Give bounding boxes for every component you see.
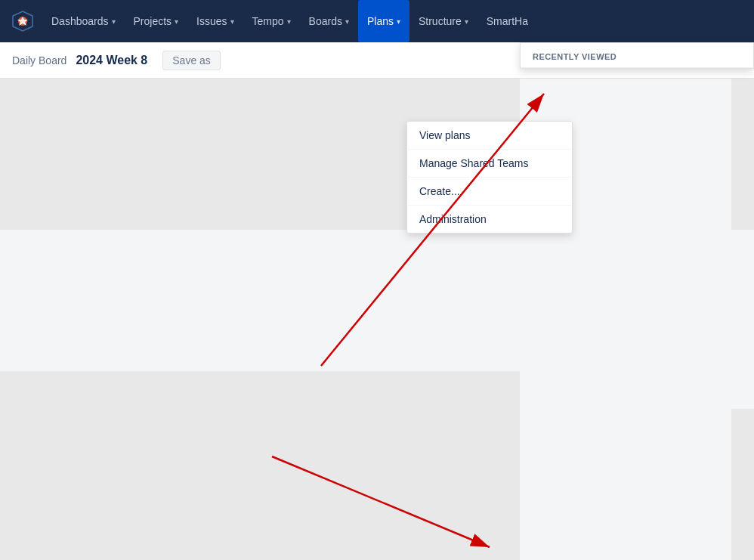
nav-item-dashboards[interactable]: Dashboards ▾ bbox=[42, 0, 125, 42]
nav-items-container: Dashboards ▾ Projects ▾ Issues ▾ Tempo ▾… bbox=[42, 0, 745, 42]
nav-item-smartha[interactable]: SmartHa bbox=[477, 0, 537, 42]
recently-viewed-header: RECENTLY VIEWED bbox=[521, 43, 753, 68]
content-area-right-bottom bbox=[731, 409, 754, 560]
nav-item-issues[interactable]: Issues ▾ bbox=[187, 0, 243, 42]
tempo-chevron-icon: ▾ bbox=[287, 17, 291, 26]
structure-label: Structure bbox=[419, 15, 462, 27]
plans-dropdown-manage-shared-teams[interactable]: Manage Shared Teams bbox=[407, 150, 572, 178]
nav-item-boards[interactable]: Boards ▾ bbox=[300, 0, 358, 42]
boards-chevron-icon: ▾ bbox=[345, 17, 349, 26]
plans-dropdown-menu: View plans Manage Shared Teams Create...… bbox=[406, 121, 573, 234]
nav-item-plans[interactable]: Plans ▾ bbox=[358, 0, 409, 42]
week-breadcrumb: 2024 Week 8 bbox=[76, 54, 147, 67]
plans-dropdown-view-plans[interactable]: View plans bbox=[407, 122, 572, 150]
dashboards-label: Dashboards bbox=[51, 15, 109, 27]
plans-dropdown-administration[interactable]: Administration bbox=[407, 206, 572, 233]
issues-label: Issues bbox=[196, 15, 227, 27]
manage-shared-teams-label: Manage Shared Teams bbox=[419, 157, 529, 169]
tempo-label: Tempo bbox=[252, 15, 284, 27]
structure-chevron-icon: ▾ bbox=[465, 17, 468, 26]
create-label: Create... bbox=[419, 185, 460, 197]
smartha-label: SmartHa bbox=[487, 15, 528, 27]
projects-chevron-icon: ▾ bbox=[175, 17, 178, 26]
plans-dropdown-create[interactable]: Create... bbox=[407, 178, 572, 206]
administration-label: Administration bbox=[419, 213, 487, 225]
top-navbar: Dashboards ▾ Projects ▾ Issues ▾ Tempo ▾… bbox=[0, 0, 754, 42]
issues-chevron-icon: ▾ bbox=[230, 17, 234, 26]
nav-item-projects[interactable]: Projects ▾ bbox=[125, 0, 188, 42]
boards-label: Boards bbox=[309, 15, 342, 27]
recently-viewed-panel: RECENTLY VIEWED bbox=[520, 42, 754, 69]
app-logo[interactable] bbox=[9, 8, 36, 35]
content-area-right-top bbox=[731, 79, 754, 230]
plans-label: Plans bbox=[367, 15, 394, 27]
main-content: View plans Manage Shared Teams Create...… bbox=[0, 79, 754, 560]
content-area-bottom bbox=[0, 371, 520, 560]
board-breadcrumb: Daily Board bbox=[12, 54, 66, 67]
nav-item-structure[interactable]: Structure ▾ bbox=[409, 0, 477, 42]
dashboards-chevron-icon: ▾ bbox=[112, 17, 116, 26]
nav-item-tempo[interactable]: Tempo ▾ bbox=[243, 0, 300, 42]
save-as-button[interactable]: Save as bbox=[162, 51, 221, 70]
projects-label: Projects bbox=[134, 15, 172, 27]
plans-chevron-icon: ▾ bbox=[397, 17, 400, 26]
view-plans-label: View plans bbox=[419, 129, 470, 141]
